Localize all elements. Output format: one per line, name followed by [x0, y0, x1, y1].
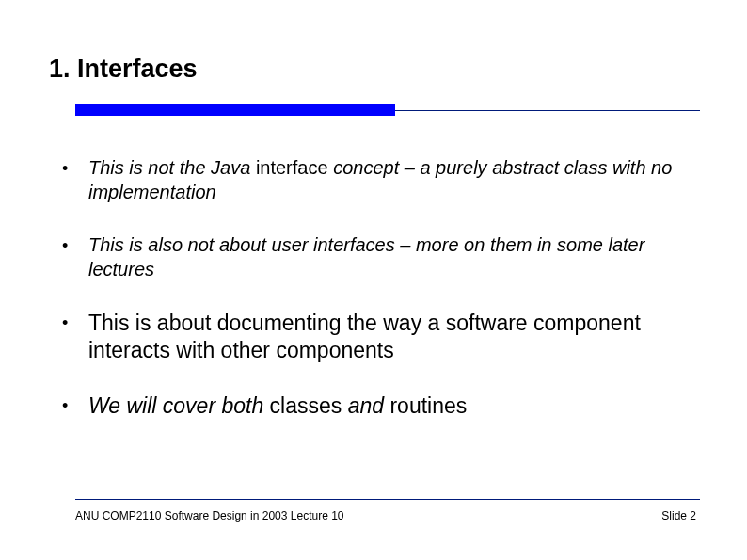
bullet-text: This is also not about user interfaces –…	[88, 232, 700, 281]
slide-footer: ANU COMP2110 Software Design in 2003 Lec…	[47, 499, 700, 522]
list-item: •This is not the Java interface concept …	[62, 155, 700, 204]
list-item: •This is also not about user interfaces …	[62, 232, 700, 281]
title-rule	[47, 104, 700, 118]
bullet-icon: •	[62, 232, 88, 258]
footer-right: Slide 2	[661, 509, 696, 522]
bullet-icon: •	[62, 392, 88, 418]
footer-rule	[75, 499, 700, 500]
bullet-list: •This is not the Java interface concept …	[47, 155, 700, 420]
bullet-text: This is about documenting the way a soft…	[88, 310, 700, 364]
title-rule-bar	[75, 104, 395, 116]
bullet-text: This is not the Java interface concept –…	[88, 155, 700, 204]
footer-row: ANU COMP2110 Software Design in 2003 Lec…	[47, 509, 700, 522]
bullet-icon: •	[62, 310, 88, 335]
list-item: •This is about documenting the way a sof…	[62, 310, 700, 364]
slide: 1. Interfaces •This is not the Java inte…	[0, 0, 747, 560]
footer-left: ANU COMP2110 Software Design in 2003 Lec…	[75, 509, 344, 522]
bullet-text: We will cover both classes and routines	[88, 392, 700, 420]
bullet-icon: •	[62, 155, 88, 181]
slide-title: 1. Interfaces	[49, 55, 700, 84]
list-item: •We will cover both classes and routines	[62, 392, 700, 420]
